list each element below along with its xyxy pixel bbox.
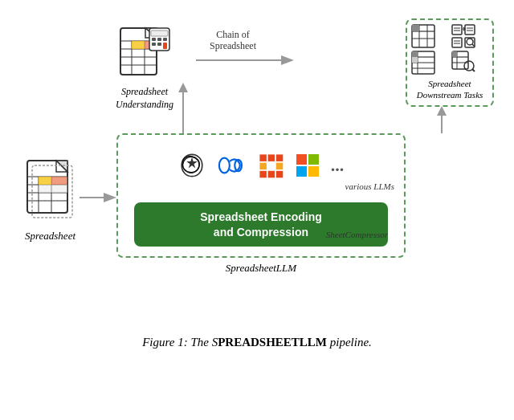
spreadsheet-label: Spreadsheet xyxy=(20,230,80,243)
svg-rect-17 xyxy=(259,154,267,161)
svg-rect-42 xyxy=(151,31,168,36)
svg-rect-75 xyxy=(412,57,418,63)
downstream-label: Spreadsheet Downstream Tasks xyxy=(411,78,488,101)
sheetcompressor-label: SheetCompressor xyxy=(116,230,406,239)
svg-rect-74 xyxy=(412,51,418,57)
spreadsheetllm-label: SpreadsheetLLM xyxy=(116,262,406,275)
svg-rect-56 xyxy=(412,25,419,31)
svg-rect-28 xyxy=(308,166,319,177)
svg-rect-63 xyxy=(452,38,462,47)
understanding-box: Spreadsheet Understanding xyxy=(104,27,185,111)
microsoft-icon xyxy=(296,153,320,177)
svg-rect-57 xyxy=(452,25,462,35)
meta-icon xyxy=(217,152,246,179)
svg-rect-25 xyxy=(296,154,307,165)
svg-rect-80 xyxy=(452,51,457,57)
chain-arrow xyxy=(193,48,297,72)
svg-rect-39 xyxy=(132,41,145,49)
various-llms-label: various LLMs xyxy=(345,181,394,191)
svg-rect-21 xyxy=(276,162,284,169)
understanding-label: Spreadsheet Understanding xyxy=(104,86,185,111)
svg-rect-18 xyxy=(267,154,275,161)
downstream-box: Spreadsheet Downstream Tasks xyxy=(406,18,494,107)
openai-icon xyxy=(178,152,206,179)
svg-rect-20 xyxy=(259,162,267,169)
svg-rect-19 xyxy=(276,154,284,161)
svg-line-82 xyxy=(472,69,475,71)
svg-rect-23 xyxy=(267,170,275,177)
svg-rect-10 xyxy=(51,177,67,185)
downstream-icons xyxy=(411,24,488,75)
svg-rect-24 xyxy=(276,170,284,177)
figure-caption: Figure 1: The SPREADSHEETLLM pipeline. xyxy=(142,336,372,349)
llm-icons-row: ... xyxy=(118,143,404,187)
svg-rect-43 xyxy=(152,38,156,41)
spreadsheet-icon xyxy=(24,159,76,223)
svg-rect-12 xyxy=(51,185,67,193)
dots-label: ... xyxy=(331,155,345,176)
svg-rect-60 xyxy=(465,25,475,35)
arrow-to-main xyxy=(78,190,118,206)
svg-rect-47 xyxy=(157,43,161,46)
svg-rect-11 xyxy=(39,185,51,193)
svg-rect-48 xyxy=(163,43,167,49)
mistral-icon xyxy=(257,152,284,179)
caption-text: Figure 1: The SPREADSHEETLLM pipeline. xyxy=(142,336,372,349)
svg-point-67 xyxy=(467,39,473,45)
arrow-to-downstream xyxy=(434,107,450,135)
svg-rect-44 xyxy=(157,38,161,41)
svg-rect-27 xyxy=(296,166,307,177)
svg-point-15 xyxy=(219,157,230,173)
understanding-icon xyxy=(119,27,171,83)
svg-rect-45 xyxy=(163,38,167,41)
svg-rect-26 xyxy=(308,154,319,165)
encoding-box: Spreadsheet Encoding and Compression xyxy=(134,202,388,247)
svg-rect-46 xyxy=(152,43,156,46)
diagram: Spreadsheet xyxy=(16,14,498,328)
svg-rect-9 xyxy=(39,177,51,185)
svg-rect-22 xyxy=(259,170,267,177)
